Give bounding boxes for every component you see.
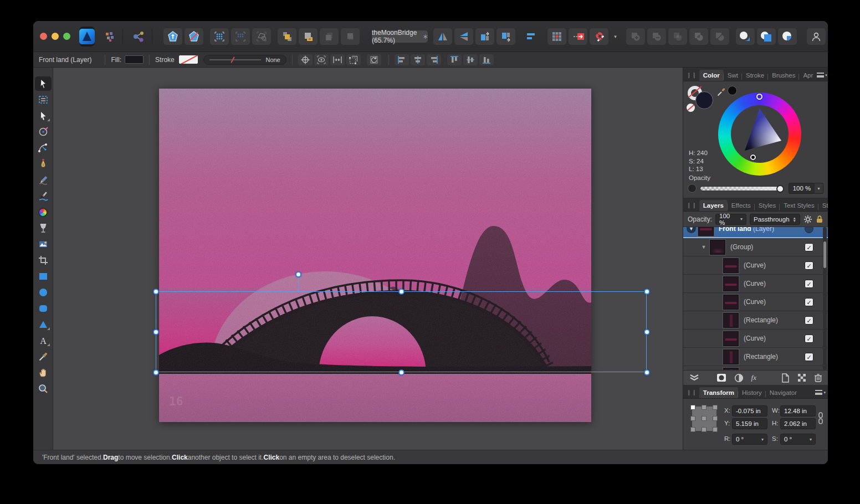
panel-menu-icon[interactable]: ▾ <box>815 390 826 395</box>
ellipse-tool[interactable] <box>35 285 52 300</box>
move-tool[interactable] <box>35 76 52 91</box>
layer-visibility-checkbox[interactable]: ✓ <box>805 261 813 270</box>
artboard-tool[interactable] <box>35 92 52 107</box>
move-to-front-icon[interactable] <box>278 28 296 45</box>
layers-scrollbar[interactable] <box>823 227 827 370</box>
y-field[interactable]: 5.159 in <box>732 418 767 429</box>
boolean-xor-icon[interactable] <box>689 28 708 45</box>
stroke-width-slider[interactable]: None <box>203 55 286 65</box>
stroke-swatch[interactable] <box>179 55 198 64</box>
layer-row[interactable]: ▼Front land (Layer) <box>683 227 828 238</box>
layer-thumbnail[interactable] <box>698 227 714 236</box>
rotation-dropdown[interactable]: 0 °▾ <box>732 434 767 445</box>
view-tool[interactable] <box>35 366 52 380</box>
shear-dropdown[interactable]: 0 °▾ <box>780 434 816 445</box>
layers-opacity-dropdown[interactable]: 100 %▾ <box>715 214 746 225</box>
opacity-value[interactable]: 100 % <box>789 183 815 194</box>
align-center-horizontal-icon[interactable] <box>411 54 425 65</box>
layer-visibility-checkbox[interactable]: ✓ <box>805 316 813 325</box>
transform-origin-icon[interactable] <box>330 54 345 65</box>
w-field[interactable]: 12.48 in <box>780 405 816 416</box>
move-forward-icon[interactable] <box>299 28 318 45</box>
fill-color-indicator[interactable] <box>695 91 713 109</box>
selection-handle-bottom-left[interactable] <box>153 369 159 376</box>
show-selection-icon[interactable] <box>314 54 329 65</box>
layer-row[interactable]: (Rectangle)✓ <box>683 348 828 366</box>
corner-tool[interactable] <box>35 141 52 155</box>
selection-handle-mid-left[interactable] <box>153 329 159 335</box>
layer-thumbnail[interactable] <box>723 276 739 291</box>
artistic-text-tool[interactable]: A <box>35 333 52 348</box>
blend-mode-dropdown[interactable]: Passthrough ▲▼ <box>750 214 800 225</box>
layer-thumbnail[interactable] <box>723 331 739 346</box>
layers-scrollbar-thumb[interactable] <box>823 241 826 268</box>
color-dropper-icon[interactable] <box>716 87 726 97</box>
flip-horizontal-icon[interactable] <box>433 28 452 45</box>
selection-handle-mid-right[interactable] <box>644 329 650 335</box>
move-by-whole-pixels-icon[interactable] <box>569 28 587 45</box>
layer-effects-fx-icon[interactable]: fx <box>751 373 756 382</box>
layer-row[interactable]: (Curve)✓ <box>683 293 828 311</box>
align-right-icon[interactable] <box>427 54 441 65</box>
tab-stock[interactable]: Stock <box>818 200 828 211</box>
place-image-tool[interactable] <box>35 237 52 251</box>
layer-thumbnail[interactable] <box>723 295 739 310</box>
fill-tool[interactable] <box>35 205 52 219</box>
export-persona-icon[interactable] <box>163 28 182 45</box>
fill-swatch[interactable] <box>125 55 144 64</box>
h-field[interactable]: 2.062 in <box>780 418 816 429</box>
anchor-point-selector[interactable] <box>692 407 716 431</box>
tab-layers[interactable]: Layers <box>699 200 728 211</box>
layer-thumbnail[interactable] <box>723 349 739 364</box>
zoom-window-button[interactable] <box>63 33 70 40</box>
layer-thumbnail[interactable] <box>723 368 739 371</box>
link-dimensions-icon[interactable] <box>818 412 823 424</box>
new-pixel-layer-icon[interactable] <box>797 373 806 382</box>
rotation-handle[interactable] <box>295 271 301 277</box>
tab-stroke[interactable]: Stroke <box>742 70 768 81</box>
layer-visibility-checkbox[interactable]: ✓ <box>805 353 813 361</box>
shade-selector[interactable] <box>750 155 756 160</box>
node-tool[interactable] <box>35 109 52 123</box>
lock-layer-icon[interactable] <box>816 215 823 223</box>
opacity-slider[interactable] <box>700 186 781 191</box>
layer-visibility-checkbox[interactable]: ✓ <box>805 335 813 343</box>
tab-transform[interactable]: Transform <box>699 387 738 398</box>
rounded-rectangle-tool[interactable] <box>35 301 52 316</box>
pen-tool[interactable] <box>35 157 52 171</box>
layer-visibility-checkbox[interactable]: ✓ <box>805 298 813 306</box>
boolean-subtract-icon[interactable] <box>647 28 666 45</box>
boolean-intersect-icon[interactable] <box>668 28 687 45</box>
snapping-magnet-icon[interactable] <box>590 28 608 45</box>
layer-thumbnail[interactable] <box>710 240 725 255</box>
panel-menu-icon[interactable]: ▾ <box>817 73 827 78</box>
align-left-icon[interactable] <box>395 54 409 65</box>
close-window-button[interactable] <box>40 33 47 40</box>
snapping-dropdown-caret[interactable]: ▾ <box>611 28 620 45</box>
layer-visibility-checkbox[interactable]: ✓ <box>805 243 813 251</box>
snap-center-icon[interactable] <box>298 54 313 65</box>
tab-apr[interactable]: Apr <box>799 70 817 81</box>
layer-row[interactable]: ✓ <box>683 366 828 370</box>
insert-inside-icon[interactable] <box>778 28 797 45</box>
transform-objects-separately-icon[interactable] <box>346 54 361 65</box>
selection-handle-top-left[interactable] <box>153 289 159 295</box>
new-layer-icon[interactable] <box>781 373 790 383</box>
tab-effects[interactable]: Effects <box>728 200 755 211</box>
tab-swt[interactable]: Swt <box>724 70 742 81</box>
layer-disclosure-icon[interactable]: ▼ <box>700 244 708 250</box>
align-bottom-icon[interactable] <box>479 54 494 65</box>
layer-row[interactable]: (Curve)✓ <box>683 330 828 348</box>
selection-handle-top-center[interactable] <box>398 289 405 295</box>
move-backward-icon[interactable] <box>320 28 339 45</box>
minimize-window-button[interactable] <box>52 33 59 40</box>
layer-disclosure-icon[interactable]: ▼ <box>687 227 696 233</box>
panel-drag-handle[interactable]: ❙❙ <box>687 389 697 395</box>
flip-vertical-icon[interactable] <box>454 28 473 45</box>
mask-layer-icon[interactable] <box>716 373 726 382</box>
panel-drag-handle[interactable]: ❙❙ <box>687 72 697 78</box>
transparency-tool[interactable] <box>35 221 52 235</box>
document-canvas[interactable]: 16 <box>159 89 591 422</box>
panel-drag-handle[interactable]: ❙❙ <box>687 202 697 208</box>
tab-history[interactable]: History <box>738 387 766 398</box>
